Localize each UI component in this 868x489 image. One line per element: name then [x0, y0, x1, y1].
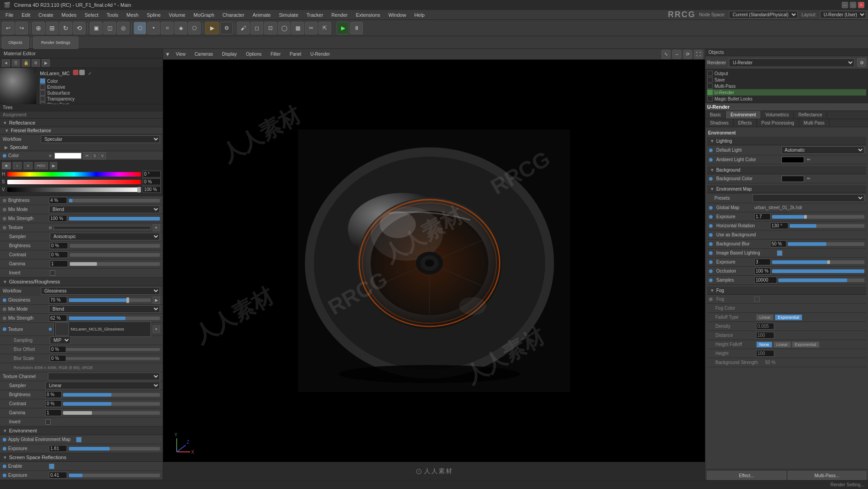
pause-btn[interactable]: ⏸ [350, 22, 363, 34]
menu-modes[interactable]: Modes [58, 11, 80, 19]
ibl-checkbox[interactable] [777, 250, 782, 256]
mix-strength-slider[interactable] [69, 217, 160, 221]
samples-input[interactable] [754, 277, 777, 283]
nav-settings[interactable]: ⚙ [32, 59, 40, 67]
invert2-checkbox[interactable] [45, 419, 51, 425]
blur-offset-input[interactable] [50, 346, 66, 353]
samples-slider[interactable] [778, 278, 864, 282]
channel-emissive-cb[interactable] [40, 84, 45, 90]
bg-color-swatch[interactable] [781, 176, 804, 182]
viewport-nav-3[interactable]: ⟳ [683, 50, 692, 59]
move-tool[interactable]: ⊕ [32, 22, 45, 34]
title-bar-controls[interactable]: ─ □ ✕ [842, 2, 864, 8]
menu-mesh[interactable]: Mesh [123, 11, 142, 19]
color-mode-slider[interactable]: ≡ [24, 162, 33, 169]
redo-btn[interactable]: ↪ [15, 22, 28, 34]
menu-create[interactable]: Create [35, 11, 57, 19]
sat-input[interactable] [143, 178, 161, 185]
layout-dropdown[interactable]: U-Render (User) [820, 11, 866, 19]
sampler2-dropdown[interactable]: Linear [45, 382, 160, 389]
apply-global-env-cb[interactable] [76, 437, 82, 442]
sampling-dropdown[interactable]: MIP [50, 336, 71, 344]
smooth-tool[interactable]: ◯ [278, 22, 290, 34]
renderer-settings-btn[interactable]: ⚙ [857, 58, 866, 67]
top-toolbar-render-settings[interactable]: Render Settings [33, 36, 78, 49]
lighting-header[interactable]: ▼ Lighting [707, 137, 866, 145]
erase-tool[interactable]: ◻ [251, 22, 263, 34]
poly-mode[interactable]: ◈ [174, 22, 187, 34]
tex2-clear-btn[interactable]: ✕ [153, 326, 160, 333]
mix-strength2-slider[interactable] [69, 316, 160, 320]
blur-scale-slider[interactable] [66, 357, 160, 360]
minimize-btn[interactable]: ─ [842, 2, 848, 8]
menu-tracker[interactable]: Tracker [303, 11, 327, 19]
channel-transparency-cb[interactable] [40, 96, 45, 101]
gamma2-slider[interactable] [63, 411, 160, 415]
density-input[interactable] [756, 323, 774, 330]
render-settings-header-label[interactable] [728, 52, 735, 53]
menu-mograph[interactable]: MoGraph [190, 11, 218, 19]
menu-edit[interactable]: Edit [18, 11, 34, 19]
glossiness-input[interactable] [49, 297, 67, 303]
tab-basic[interactable]: Basic [705, 111, 726, 119]
menu-help[interactable]: Help [410, 11, 428, 19]
play-btn[interactable]: ▶ [337, 22, 349, 34]
tab-post-processing[interactable]: Post Processing [757, 119, 799, 127]
channel-color-cb[interactable] [40, 78, 45, 84]
uv-mode[interactable]: ⬠ [188, 22, 201, 34]
menu-select[interactable]: Select [81, 11, 102, 19]
fog-checkbox[interactable] [754, 297, 760, 302]
tab-multi-pass[interactable]: Multi Pass [799, 119, 829, 127]
edge-mode[interactable]: ⌗ [161, 22, 174, 34]
select-rect[interactable]: ◫ [103, 22, 116, 34]
select-circle[interactable]: ◎ [117, 22, 130, 34]
texture-channel-dropdown[interactable] [48, 373, 160, 380]
hue-slider[interactable] [7, 172, 141, 177]
menu-simulate[interactable]: Simulate [275, 11, 302, 19]
hf-linear-btn[interactable]: Linear [773, 341, 791, 348]
gamma-input[interactable] [50, 260, 68, 267]
tab-effects[interactable]: Effects [733, 119, 757, 127]
viewport-canvas[interactable]: 人人素材 人人素材 人人素材 人人素材 RRCG RRCG [163, 60, 705, 462]
output-cb[interactable] [707, 71, 713, 76]
ambient-edit[interactable]: ✏ [807, 157, 810, 162]
move-tool-2[interactable]: ⇱ [318, 22, 331, 34]
menu-character[interactable]: Character [219, 11, 248, 19]
render-btn-toolbar[interactable]: ▶ [205, 22, 219, 34]
ssr-enable-cb[interactable] [49, 464, 54, 469]
contrast2-input[interactable] [45, 400, 62, 407]
val-input[interactable] [143, 186, 161, 193]
sampler-dropdown[interactable]: Anisotropic [50, 233, 160, 240]
color-mode-more[interactable]: ▶ [50, 162, 57, 169]
sat-slider[interactable] [7, 180, 141, 184]
blur-scale-input[interactable] [50, 355, 66, 362]
exposure-env-input[interactable] [49, 445, 67, 452]
gamma-slider[interactable] [70, 262, 160, 266]
texture2-slot[interactable]: McLaren_MCL35_Glossiness [53, 321, 151, 337]
viewport-nav-1[interactable]: ⤡ [661, 50, 670, 59]
reflectance-section-header[interactable]: ▼ Reflectance [0, 119, 163, 127]
close-btn[interactable]: ✕ [858, 2, 864, 8]
color-swatch[interactable] [54, 153, 82, 159]
color-btn-1[interactable]: H [83, 152, 91, 159]
ssr-section-header[interactable]: ▼ Screen Space Reflections [0, 453, 163, 462]
render-setting-status[interactable]: Render Setting... [830, 482, 864, 487]
nav-back[interactable]: ◄ [2, 59, 10, 67]
ssr-exposure-input[interactable] [49, 472, 67, 479]
effect-btn[interactable]: Effect... [707, 471, 786, 480]
viewport-menu-btn[interactable]: ▼ [165, 51, 170, 58]
color-mode-circle[interactable]: ○ [13, 162, 22, 169]
tab-environment[interactable]: Environment [726, 111, 761, 119]
objects-header-label[interactable]: Objects [705, 49, 728, 56]
viewport-display-btn[interactable]: Display [218, 51, 241, 58]
tex-clear-btn[interactable]: ✕ [153, 224, 160, 231]
menu-render[interactable]: Render [328, 11, 351, 19]
nav-lock[interactable]: 🔒 [22, 59, 30, 67]
menu-volume[interactable]: Volume [165, 11, 189, 19]
select-all[interactable]: ▣ [90, 22, 102, 34]
presets-dropdown[interactable] [752, 194, 864, 202]
height-input[interactable] [756, 350, 774, 357]
menu-file[interactable]: File [2, 11, 17, 19]
contrast-input[interactable] [50, 251, 68, 258]
ssr-exposure-slider[interactable] [69, 474, 160, 477]
